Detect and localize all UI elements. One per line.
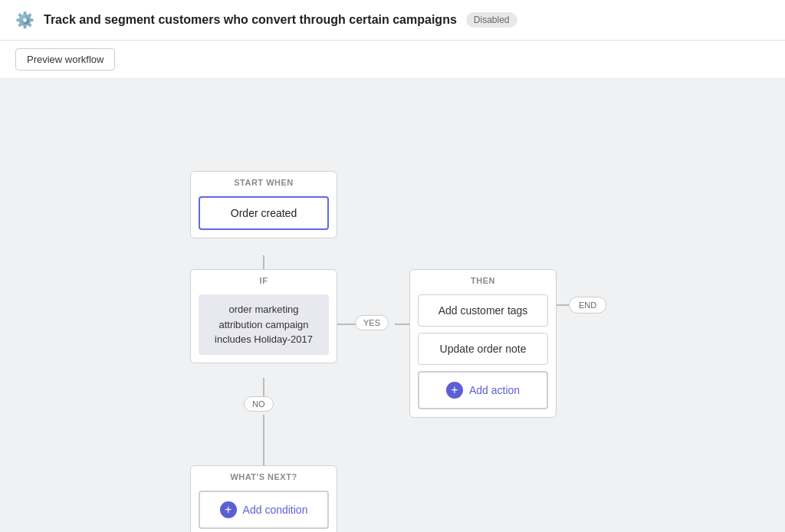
preview-workflow-button[interactable]: Preview workflow — [15, 48, 115, 71]
toolbar: Preview workflow — [0, 41, 785, 79]
page-title: Track and segment customers who convert … — [44, 13, 457, 27]
whats-next-block: WHAT'S NEXT? + Add condition + Add actio… — [190, 465, 337, 532]
end-label: END — [569, 297, 606, 314]
then-block: THEN Add customer tags Update order note… — [409, 269, 557, 418]
if-label: IF — [191, 270, 337, 290]
then-label: THEN — [410, 270, 556, 290]
condition-box[interactable]: order marketing attribution campaign inc… — [199, 294, 329, 355]
workflow-canvas: START WHEN Order created IF order market… — [0, 79, 785, 532]
add-condition-button[interactable]: + Add condition — [199, 491, 329, 529]
then-add-action-button[interactable]: + Add action — [418, 371, 548, 409]
circle-plus-icon: + — [446, 382, 463, 399]
trigger-box[interactable]: Order created — [199, 196, 329, 230]
action-update-order-note[interactable]: Update order note — [418, 333, 548, 365]
no-label: NO — [244, 396, 274, 412]
yes-label: YES — [355, 315, 389, 330]
connectors-svg — [0, 79, 785, 532]
circle-plus-condition-icon: + — [220, 501, 237, 518]
header: ⚙️ Track and segment customers who conve… — [0, 0, 785, 41]
action-add-customer-tags[interactable]: Add customer tags — [418, 294, 548, 327]
whats-next-label: WHAT'S NEXT? — [191, 466, 337, 486]
if-block: IF order marketing attribution campaign … — [190, 269, 337, 363]
start-when-label: START WHEN — [191, 172, 337, 192]
start-when-block: START WHEN Order created — [190, 171, 337, 238]
workflow-icon: ⚙️ — [15, 11, 34, 29]
status-badge: Disabled — [466, 12, 517, 28]
